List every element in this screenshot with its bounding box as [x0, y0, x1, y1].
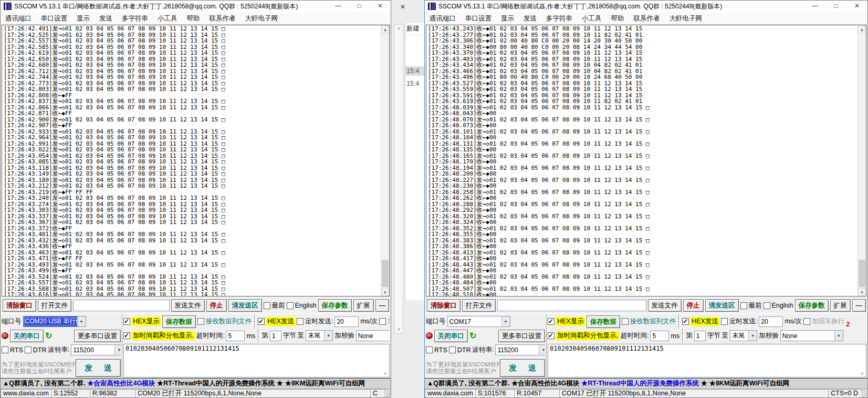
ad-text[interactable]: ▲Q群满员了, 没有第二个群. ★合宙高性价比4G模块: [427, 380, 581, 387]
menu-item[interactable]: 发送: [95, 13, 117, 24]
open-file-button[interactable]: 打开文件: [38, 299, 71, 312]
send-scroll-down-icon[interactable]: ∨: [859, 371, 866, 377]
hex-send-checkbox[interactable]: [258, 318, 265, 325]
send-button[interactable]: 发 送: [76, 359, 121, 377]
timestamp-split-checkbox[interactable]: [123, 332, 130, 339]
topmost-checkbox[interactable]: [264, 302, 270, 309]
dropdown-arrow-icon[interactable]: ▼: [324, 331, 332, 341]
close-icon[interactable]: ✕: [370, 1, 391, 12]
menu-item[interactable]: 多字符串: [541, 13, 577, 24]
extend-button[interactable]: 扩展: [353, 299, 374, 312]
checksum-select[interactable]: None ▼: [780, 330, 843, 341]
ad-marquee[interactable]: ▲Q群满员了, 没有第二个群. ★合宙高性价比4G模块 ★RT-Thread中国…: [425, 378, 867, 389]
resize-grip[interactable]: [861, 389, 867, 398]
menu-item[interactable]: 帮助: [606, 13, 629, 24]
dropdown-arrow-icon[interactable]: ▼: [77, 317, 86, 326]
close-icon[interactable]: ✕: [846, 1, 867, 12]
menu-item[interactable]: 帮助: [182, 13, 205, 24]
menu-item[interactable]: 小工具: [577, 13, 606, 24]
send-scroll-down-icon[interactable]: ∨: [382, 371, 389, 377]
send-file-button[interactable]: 发送文件: [648, 299, 682, 312]
maximize-icon[interactable]: □: [825, 1, 846, 12]
ad-text[interactable]: ▲Q群满员了, 没有第二个群.: [3, 380, 87, 387]
scroll-thumb[interactable]: [382, 260, 389, 287]
ad-marquee[interactable]: ▲Q群满员了, 没有第二个群. ★合宙高性价比4G模块 ★RT-Thread中国…: [1, 378, 391, 389]
scroll-down-icon[interactable]: ∨: [395, 326, 403, 332]
more-port-settings-button[interactable]: 更多串口设置: [74, 330, 121, 342]
dtr-checkbox[interactable]: [449, 346, 456, 353]
dtr-checkbox[interactable]: [25, 346, 32, 353]
menu-item[interactable]: 通讯端口: [425, 13, 461, 24]
scroll-up-icon[interactable]: ▲: [381, 25, 389, 33]
menu-item[interactable]: 大虾电子网: [240, 13, 283, 24]
port-select[interactable]: COM20 USB 串行设备 ▼: [23, 316, 86, 327]
baud-select[interactable]: 115200 ▼: [495, 344, 545, 355]
to-select[interactable]: 末尾 ▼: [306, 330, 333, 341]
scroll-down-icon[interactable]: ▼: [381, 288, 389, 296]
titlebar[interactable]: SSCOM V5.13.1 串口/网络数据调试器,作者:大虾丁丁,2618058…: [425, 1, 867, 12]
recv-to-file-checkbox[interactable]: [197, 318, 204, 325]
menu-item[interactable]: 显示: [496, 13, 519, 24]
to-select[interactable]: 末尾 ▼: [730, 330, 757, 341]
collapse-button[interactable]: —: [852, 299, 866, 312]
scroll-thumb[interactable]: [859, 260, 865, 287]
timed-send-checkbox[interactable]: [721, 318, 728, 325]
port-select[interactable]: COM17 ▼: [447, 316, 510, 327]
send-input[interactable]: 010203040506070809101112131415 ∨: [123, 344, 390, 377]
minimize-icon[interactable]: —: [328, 1, 349, 12]
english-checkbox[interactable]: [764, 302, 770, 309]
clear-send-area-button[interactable]: 清发送区: [228, 299, 262, 312]
menu-item[interactable]: 发送: [519, 13, 541, 24]
send-file-button[interactable]: 发送文件: [171, 299, 205, 312]
open-file-button[interactable]: 打开文件: [462, 299, 496, 312]
save-params-button[interactable]: 保存参数: [795, 299, 829, 312]
clear-send-area-button[interactable]: 清发送区: [705, 299, 739, 312]
refresh-ports-icon[interactable]: ↻: [469, 331, 476, 341]
hex-send-checkbox[interactable]: [682, 318, 689, 325]
timed-send-interval-input[interactable]: [759, 317, 783, 327]
maximize-icon[interactable]: □: [349, 1, 370, 12]
stop-button[interactable]: 停止: [683, 299, 704, 312]
file-path-input[interactable]: [73, 300, 170, 311]
dropdown-arrow-icon[interactable]: ▼: [501, 317, 510, 326]
new-tab-label[interactable]: 新建: [405, 23, 424, 35]
baud-select[interactable]: 115200 ▼: [71, 344, 121, 355]
ad-text[interactable]: ★ ★8KM远距离WiFi可自组网: [699, 380, 789, 387]
resize-grip[interactable]: [384, 389, 391, 398]
dropdown-arrow-icon[interactable]: ▼: [834, 331, 843, 341]
scroll-down-icon[interactable]: ▼: [858, 288, 866, 296]
menu-item[interactable]: 串口设置: [36, 13, 72, 24]
collapse-button[interactable]: —: [375, 299, 390, 312]
checksum-select[interactable]: None ▼: [356, 330, 390, 341]
menu-item[interactable]: 通讯端口: [1, 13, 36, 24]
timeout-input[interactable]: [650, 331, 669, 341]
titlebar[interactable]: SSCOM V5.13.1 串口/网络数据调试器,作者:大虾丁丁,2618058…: [1, 1, 391, 12]
timed-send-interval-input[interactable]: [334, 317, 359, 327]
hex-display-checkbox[interactable]: [123, 318, 130, 325]
log-scrollbar[interactable]: ▲ ▼: [381, 25, 389, 296]
menu-item[interactable]: 显示: [72, 13, 95, 24]
ad-link[interactable]: ★RT-Thread中国人的开源免费操作系统: [581, 380, 699, 387]
ad-text[interactable]: ★RT-Thread中国人的开源免费操作系统 ★ ★8KM远距离WiFi可自组网: [155, 380, 365, 387]
english-checkbox[interactable]: [287, 302, 294, 309]
nth-byte-input[interactable]: [270, 331, 281, 341]
send-input[interactable]: 010203040506070809101112131415 ∨: [548, 344, 866, 377]
add-crlf-checkbox[interactable]: [379, 318, 386, 325]
close-port-button[interactable]: 关闭串口: [434, 330, 468, 342]
timed-send-checkbox[interactable]: [297, 318, 304, 325]
scroll-up-icon[interactable]: ∧: [395, 26, 403, 31]
scroll-up-icon[interactable]: ▲: [858, 25, 866, 33]
add-crlf-checkbox[interactable]: [803, 318, 810, 325]
more-port-settings-button[interactable]: 更多串口设置: [498, 330, 545, 342]
clear-window-button[interactable]: 清除窗口: [427, 299, 461, 312]
log-scrollbar[interactable]: ▲ ▼: [857, 25, 866, 296]
extend-button[interactable]: 扩展: [830, 299, 851, 312]
menu-item[interactable]: 小工具: [153, 13, 182, 24]
close-port-button[interactable]: 关闭串口: [10, 330, 44, 342]
dropdown-arrow-icon[interactable]: ▼: [748, 331, 757, 341]
nth-byte-input[interactable]: [694, 331, 706, 341]
save-data-button[interactable]: 保存数据: [162, 315, 196, 328]
send-button[interactable]: 发 送: [500, 359, 545, 377]
menu-item[interactable]: 多字符串: [117, 13, 153, 24]
rts-checkbox[interactable]: [426, 346, 433, 353]
